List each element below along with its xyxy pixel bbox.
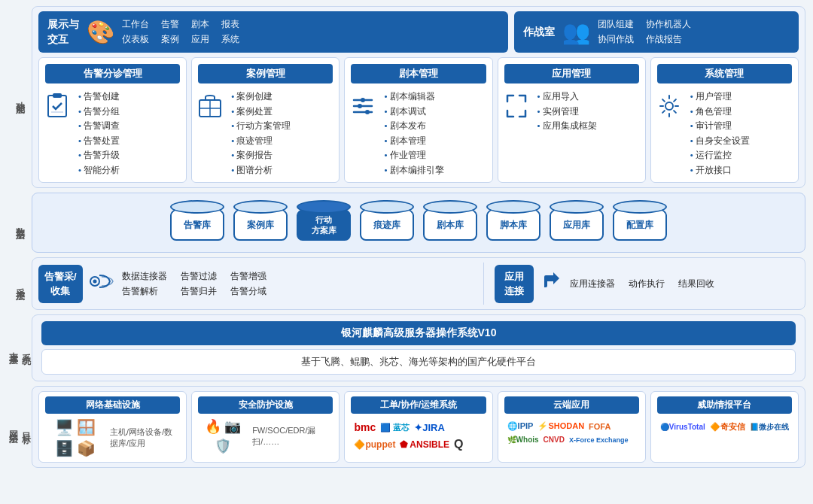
firewall-icon: 🔥: [205, 418, 221, 435]
db-trace: 痕迹库: [360, 205, 414, 241]
main-container: 功能层 展示与 交互 🎨 工作台 仪表板 告警 案例: [0, 0, 813, 478]
svg-point-15: [665, 102, 673, 110]
svg-point-11: [358, 104, 362, 108]
ctrl-alert-icon: [89, 269, 116, 299]
ctrl-alert-section: 告警采/收集 数据连接器 告警解析 告警过滤: [38, 263, 473, 305]
ctrl-alert-col1: 数据连接器 告警解析: [122, 270, 167, 298]
db-config-shape: 配置库: [613, 205, 667, 241]
net-card-infra-header: 网络基础设施: [45, 396, 180, 414]
case-icon: [198, 93, 222, 125]
db-action: 行动方案库: [297, 205, 351, 241]
camera-icon: 📷: [224, 418, 241, 435]
server-icon: 🖥️: [55, 418, 74, 436]
net-card-security-header: 安全防护设施: [198, 396, 333, 414]
control-layer-content: 告警采/收集 数据连接器 告警解析 告警过滤: [32, 257, 805, 310]
display-col-1: 工作台 仪表板: [122, 18, 149, 46]
net-infra-text: 主机/网络设备/数据库/应用: [110, 427, 180, 449]
system-icon: [657, 93, 681, 125]
system-layer-label: 系统支撑层: [8, 314, 32, 381]
func-card-app-list: 应用导入 实例管理 应用集成框架: [533, 90, 597, 134]
svg-point-14: [365, 110, 370, 114]
net-card-cloud: 云端应用 🌐IPIP ⚡SHODAN FOFA 🌿Whois CNVD X-Fo…: [498, 391, 646, 463]
virustotal-logo: 🔵VirusTotal: [660, 423, 705, 431]
ctrl-app-section: 应用连接 应用连接器 动作执行 结果回收: [495, 263, 799, 305]
net-card-infra-body: 🖥️ 🪟 🗄️ 📦 主机/网络设备/数据库/应用: [45, 418, 180, 457]
puppet-logo: 🔶puppet: [354, 439, 395, 450]
warroom-card: 作战室 👥 团队组建 协同作战 协作机器人 作战报告: [514, 11, 799, 53]
data-layer-content: 告警库 案例库 行动方案库 痕迹库 剧本库 脚本库: [32, 193, 805, 253]
db-script: 剧本库: [423, 205, 477, 241]
func-card-app-header: 应用管理: [504, 64, 639, 83]
func-cards: 告警分诊管理 告警创建 告警分组: [38, 57, 799, 183]
display-col-4: 报表 系统: [221, 18, 239, 46]
db-config: 配置库: [613, 205, 667, 241]
net-card-cloud-header: 云端应用: [504, 396, 639, 414]
network-layer-label: 目标网络层: [8, 386, 32, 468]
db-alert: 告警库: [170, 205, 224, 241]
threatbook-logo: 📘微步在线: [750, 422, 789, 433]
svg-rect-1: [53, 93, 62, 98]
control-layer-row: 采控层 告警采/收集 数据连接器 告警解析: [8, 257, 805, 310]
svg-point-8: [361, 98, 365, 102]
func-card-case-list: 案例创建 案例处置 行动方案管理 痕迹管理 案例报告 图谱分析: [227, 90, 291, 178]
windows-icon: 🪟: [77, 418, 96, 436]
db-code: 脚本库: [486, 205, 540, 241]
db-case-shape: 案例库: [233, 205, 288, 241]
sys-bar-hw: 基于飞腾、鲲鹏、兆芯、海光等架构的国产化硬件平台: [41, 349, 796, 375]
svg-point-17: [93, 279, 96, 283]
db-trace-shape: 痕迹库: [360, 205, 414, 241]
func-card-alert-body: 告警创建 告警分组 告警调查 告警处置 告警升级 智能分析: [45, 90, 180, 178]
svg-rect-0: [48, 96, 66, 117]
warroom-col-2: 协作机器人 作战报告: [646, 18, 691, 46]
net-card-ops-header: 工单/协作/运维系统: [351, 396, 486, 414]
net-cloud-logos: 🌐IPIP ⚡SHODAN FOFA 🌿Whois CNVD X-Force E…: [504, 418, 639, 447]
db-alert-shape: 告警库: [170, 205, 224, 241]
database-icon: 🗄️: [55, 439, 74, 457]
ctrl-app-col2: 动作执行: [629, 278, 665, 290]
warroom-items: 团队组建 协同作战 协作机器人 作战报告: [598, 18, 691, 46]
functional-layer-label: 功能层: [8, 6, 32, 188]
func-card-system-header: 系统管理: [657, 64, 792, 83]
display-title: 展示与 交互: [47, 17, 79, 47]
func-card-system: 系统管理 用户管理 角色管理 审计管理 自身安全设置: [650, 57, 799, 183]
warroom-col-1: 团队组建 协同作战: [598, 18, 634, 46]
cnvd-logo: CNVD: [544, 436, 565, 444]
net-card-security: 安全防护设施 🔥 📷 🛡️ FW/SOC/EDR/漏扫/……: [191, 391, 340, 463]
system-layer-content: 银河麒麟高级服务器操作系统V10 基于飞腾、鲲鹏、兆芯、海光等架构的国产化硬件平…: [32, 314, 805, 381]
net-card-threat: 威助情报平台 🔵VirusTotal 🔶奇安信 📘微步在线: [650, 391, 799, 463]
box-icon: 📦: [77, 439, 96, 457]
net-card-security-body: 🔥 📷 🛡️ FW/SOC/EDR/漏扫/……: [198, 418, 333, 454]
ipip-logo: 🌐IPIP: [507, 421, 534, 431]
data-layer-row: 数据层 告警库 案例库 行动方案库 痕迹库 剧本库: [8, 193, 805, 253]
display-col-2: 告警 案例: [161, 18, 179, 46]
func-card-script-header: 剧本管理: [351, 64, 486, 83]
top-section: 展示与 交互 🎨 工作台 仪表板 告警 案例 剧本 应用: [38, 11, 799, 53]
db-app-shape: 应用库: [550, 205, 604, 241]
net-ops-logos: bmc 🟦 蓝芯 ✦JIRA 🔶puppet ⬟ ANSIBLE Q: [351, 418, 486, 454]
display-icon: 🎨: [87, 19, 114, 45]
func-card-case: 案例管理 案例创建 案例处置: [191, 57, 340, 183]
functional-layer-content: 展示与 交互 🎨 工作台 仪表板 告警 案例 剧本 应用: [32, 6, 805, 188]
lanxin-logo: 🟦 蓝芯: [380, 422, 410, 433]
fofa-logo: FOFA: [589, 422, 611, 431]
db-script-shape: 剧本库: [423, 205, 477, 241]
func-card-script-list: 剧本编辑器 剧本调试 剧本发布 剧本管理 作业管理 剧本编排引擎: [379, 90, 443, 178]
func-card-alert-header: 告警分诊管理: [45, 64, 180, 83]
func-card-app: 应用管理 应用导入 实例管理: [498, 57, 646, 183]
xforce-logo: X-Force Exchange: [569, 436, 629, 444]
jira-logo: ✦JIRA: [414, 422, 445, 433]
system-layer-row: 系统支撑层 银河麒麟高级服务器操作系统V10 基于飞腾、鲲鹏、兆芯、海光等架构的…: [8, 314, 805, 381]
net-card-threat-header: 威助情报平台: [657, 396, 792, 414]
ctrl-app-col1: 应用连接器: [570, 278, 615, 290]
shodan-logo: ⚡SHODAN: [537, 421, 584, 431]
ctrl-alert-col3: 告警增强 告警分域: [230, 270, 266, 298]
net-security-text: FW/SOC/EDR/漏扫/……: [252, 425, 333, 448]
db-action-shape: 行动方案库: [297, 205, 351, 241]
bmc-logo: bmc: [354, 421, 376, 433]
control-layer-label: 采控层: [8, 257, 32, 310]
network-layer-row: 目标网络层 网络基础设施 🖥️ 🪟 🗄️ 📦 主机/网络设备/数据库/应用: [8, 386, 805, 468]
ctrl-alert-title: 告警采/收集: [38, 265, 83, 303]
display-interact-card: 展示与 交互 🎨 工作台 仪表板 告警 案例 剧本 应用: [38, 11, 508, 53]
whois-logo: 🌿Whois: [507, 436, 539, 444]
network-layer-content: 网络基础设施 🖥️ 🪟 🗄️ 📦 主机/网络设备/数据库/应用 安全防护设施: [32, 386, 805, 468]
